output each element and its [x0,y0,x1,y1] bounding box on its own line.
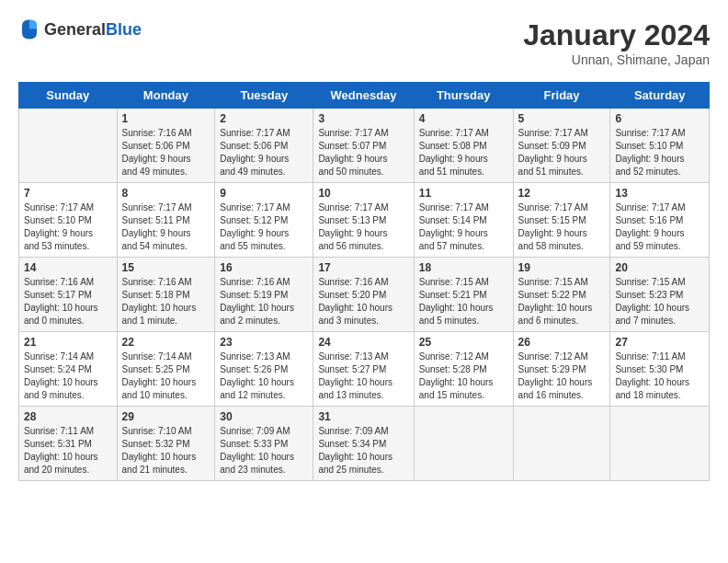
day-cell: 10Sunrise: 7:17 AM Sunset: 5:13 PM Dayli… [313,183,414,258]
day-info: Sunrise: 7:11 AM Sunset: 5:31 PM Dayligh… [24,425,112,477]
calendar-table: SundayMondayTuesdayWednesdayThursdayFrid… [18,82,710,481]
day-info: Sunrise: 7:17 AM Sunset: 5:10 PM Dayligh… [24,201,112,253]
day-cell: 7Sunrise: 7:17 AM Sunset: 5:10 PM Daylig… [19,183,118,258]
day-info: Sunrise: 7:15 AM Sunset: 5:23 PM Dayligh… [615,276,704,327]
day-cell: 18Sunrise: 7:15 AM Sunset: 5:21 PM Dayli… [414,258,513,332]
day-info: Sunrise: 7:16 AM Sunset: 5:19 PM Dayligh… [220,276,308,327]
day-cell: 30Sunrise: 7:09 AM Sunset: 5:33 PM Dayli… [215,407,313,481]
day-info: Sunrise: 7:12 AM Sunset: 5:28 PM Dayligh… [419,350,508,402]
day-info: Sunrise: 7:16 AM Sunset: 5:06 PM Dayligh… [122,127,210,178]
day-info: Sunrise: 7:17 AM Sunset: 5:13 PM Dayligh… [318,201,408,253]
title-area: January 2024 Unnan, Shimane, Japan [523,18,710,67]
day-number: 7 [24,187,112,200]
day-cell [610,407,710,481]
calendar-body: 1Sunrise: 7:16 AM Sunset: 5:06 PM Daylig… [19,109,710,481]
day-number: 22 [122,336,210,349]
day-cell: 11Sunrise: 7:17 AM Sunset: 5:14 PM Dayli… [414,183,513,258]
day-number: 28 [24,410,112,423]
day-cell: 8Sunrise: 7:17 AM Sunset: 5:11 PM Daylig… [117,183,215,258]
day-cell: 14Sunrise: 7:16 AM Sunset: 5:17 PM Dayli… [19,258,118,332]
day-info: Sunrise: 7:11 AM Sunset: 5:30 PM Dayligh… [615,350,704,402]
day-cell: 12Sunrise: 7:17 AM Sunset: 5:15 PM Dayli… [513,183,610,258]
header-cell-friday: Friday [513,83,610,109]
day-cell: 6Sunrise: 7:17 AM Sunset: 5:10 PM Daylig… [610,109,710,183]
day-number: 3 [318,112,408,125]
day-info: Sunrise: 7:17 AM Sunset: 5:09 PM Dayligh… [518,127,606,178]
day-number: 21 [24,336,112,349]
day-cell: 2Sunrise: 7:17 AM Sunset: 5:06 PM Daylig… [215,109,313,183]
day-number: 24 [318,336,408,349]
day-cell: 4Sunrise: 7:17 AM Sunset: 5:08 PM Daylig… [414,109,513,183]
day-cell: 24Sunrise: 7:13 AM Sunset: 5:27 PM Dayli… [313,332,414,407]
day-cell: 3Sunrise: 7:17 AM Sunset: 5:07 PM Daylig… [313,109,414,183]
header-cell-sunday: Sunday [19,83,118,109]
day-cell: 28Sunrise: 7:11 AM Sunset: 5:31 PM Dayli… [19,407,118,481]
week-row-3: 14Sunrise: 7:16 AM Sunset: 5:17 PM Dayli… [19,258,710,332]
day-cell [19,109,118,183]
page-header: GeneralBlue January 2024 Unnan, Shimane,… [18,18,710,67]
day-number: 2 [220,112,308,125]
day-cell: 19Sunrise: 7:15 AM Sunset: 5:22 PM Dayli… [513,258,610,332]
day-number: 30 [220,410,308,423]
day-number: 11 [419,187,508,200]
logo-blue: Blue [106,20,142,39]
day-number: 6 [615,112,704,125]
day-cell: 17Sunrise: 7:16 AM Sunset: 5:20 PM Dayli… [313,258,414,332]
header-cell-tuesday: Tuesday [215,83,313,109]
day-number: 15 [122,261,210,274]
header-cell-saturday: Saturday [610,83,710,109]
day-number: 13 [615,187,704,200]
day-info: Sunrise: 7:17 AM Sunset: 5:08 PM Dayligh… [419,127,508,178]
day-number: 16 [220,261,308,274]
day-info: Sunrise: 7:12 AM Sunset: 5:29 PM Dayligh… [518,350,606,402]
day-cell: 5Sunrise: 7:17 AM Sunset: 5:09 PM Daylig… [513,109,610,183]
day-number: 4 [419,112,508,125]
day-info: Sunrise: 7:17 AM Sunset: 5:14 PM Dayligh… [419,201,508,253]
day-cell: 25Sunrise: 7:12 AM Sunset: 5:28 PM Dayli… [414,332,513,407]
week-row-2: 7Sunrise: 7:17 AM Sunset: 5:10 PM Daylig… [19,183,710,258]
day-cell: 15Sunrise: 7:16 AM Sunset: 5:18 PM Dayli… [117,258,215,332]
day-cell: 23Sunrise: 7:13 AM Sunset: 5:26 PM Dayli… [215,332,313,407]
day-info: Sunrise: 7:17 AM Sunset: 5:07 PM Dayligh… [318,127,408,178]
day-number: 12 [518,187,606,200]
day-number: 1 [122,112,210,125]
day-info: Sunrise: 7:09 AM Sunset: 5:33 PM Dayligh… [220,425,308,477]
day-number: 23 [220,336,308,349]
day-info: Sunrise: 7:16 AM Sunset: 5:20 PM Dayligh… [318,276,408,327]
day-number: 20 [615,261,704,274]
day-info: Sunrise: 7:16 AM Sunset: 5:18 PM Dayligh… [122,276,210,327]
day-cell: 22Sunrise: 7:14 AM Sunset: 5:25 PM Dayli… [117,332,215,407]
day-info: Sunrise: 7:17 AM Sunset: 5:10 PM Dayligh… [615,127,704,178]
day-info: Sunrise: 7:15 AM Sunset: 5:22 PM Dayligh… [518,276,606,327]
calendar-header: SundayMondayTuesdayWednesdayThursdayFrid… [19,83,710,109]
logo-general: General [44,20,106,39]
day-number: 8 [122,187,210,200]
day-number: 25 [419,336,508,349]
day-info: Sunrise: 7:17 AM Sunset: 5:11 PM Dayligh… [122,201,210,253]
day-cell [414,407,513,481]
day-number: 14 [24,261,112,274]
day-cell: 16Sunrise: 7:16 AM Sunset: 5:19 PM Dayli… [215,258,313,332]
day-cell: 1Sunrise: 7:16 AM Sunset: 5:06 PM Daylig… [117,109,215,183]
day-number: 17 [318,261,408,274]
header-cell-wednesday: Wednesday [313,83,414,109]
calendar-title: January 2024 [523,18,710,52]
day-info: Sunrise: 7:17 AM Sunset: 5:12 PM Dayligh… [220,201,308,253]
day-number: 10 [318,187,408,200]
day-cell: 20Sunrise: 7:15 AM Sunset: 5:23 PM Dayli… [610,258,710,332]
week-row-5: 28Sunrise: 7:11 AM Sunset: 5:31 PM Dayli… [19,407,710,481]
day-cell: 27Sunrise: 7:11 AM Sunset: 5:30 PM Dayli… [610,332,710,407]
day-cell: 21Sunrise: 7:14 AM Sunset: 5:24 PM Dayli… [19,332,118,407]
header-cell-thursday: Thursday [414,83,513,109]
day-info: Sunrise: 7:17 AM Sunset: 5:16 PM Dayligh… [615,201,704,253]
day-info: Sunrise: 7:17 AM Sunset: 5:06 PM Dayligh… [220,127,308,178]
day-number: 26 [518,336,606,349]
day-info: Sunrise: 7:14 AM Sunset: 5:25 PM Dayligh… [122,350,210,402]
logo-icon [18,18,40,40]
day-number: 27 [615,336,704,349]
day-number: 9 [220,187,308,200]
header-cell-monday: Monday [117,83,215,109]
day-number: 19 [518,261,606,274]
day-info: Sunrise: 7:15 AM Sunset: 5:21 PM Dayligh… [419,276,508,327]
day-info: Sunrise: 7:14 AM Sunset: 5:24 PM Dayligh… [24,350,112,402]
